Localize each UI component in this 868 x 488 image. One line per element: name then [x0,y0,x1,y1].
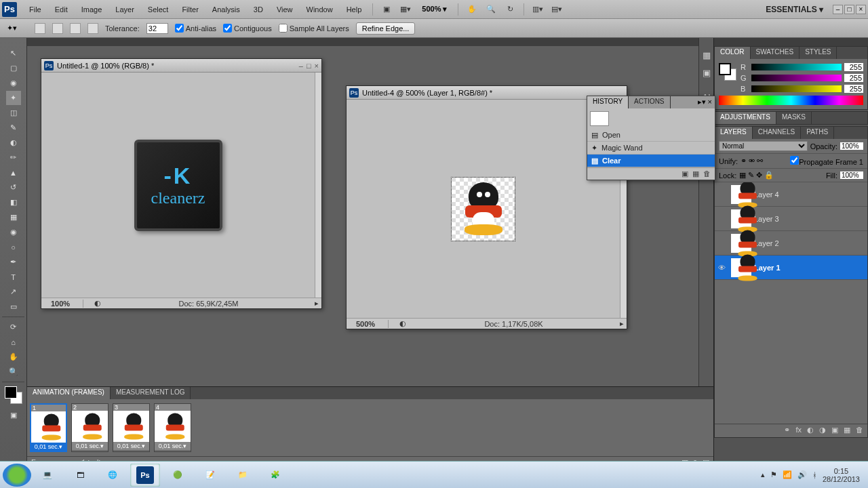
3d-camera-tool[interactable]: ⌂ [6,335,21,349]
tray-clock[interactable]: 0:1528/12/2013 [823,467,865,483]
brush-tool[interactable]: ✏ [6,150,21,165]
new-selection-icon[interactable] [35,23,45,34]
eyedropper-tool[interactable]: ✎ [6,121,21,135]
g-slider[interactable] [751,75,842,81]
layers-tab[interactable]: LAYERS [715,127,753,139]
blend-mode[interactable]: Normal [719,141,808,151]
frame-2[interactable]: 20,01 sec.▾ [71,403,108,452]
start-button[interactable] [3,464,31,487]
3d-rotate-tool[interactable]: ⟳ [6,320,21,334]
b-slider[interactable] [751,85,842,92]
tray-flag-icon[interactable]: ⚑ [770,470,777,479]
blur-tool[interactable]: ◉ [6,225,21,239]
history-clear[interactable]: ▤Clear [587,155,715,167]
sample-all-checkbox[interactable]: Sample All Layers [279,24,349,33]
doc1-scrollbar[interactable] [315,73,321,298]
dodge-tool[interactable]: ○ [6,240,21,254]
b-value[interactable]: 255 [844,85,863,93]
doc2-info-icon[interactable]: ◐ [395,319,410,328]
menu-layer[interactable]: Layer [108,5,141,14]
close-icon[interactable]: × [856,5,866,14]
propagate-checkbox[interactable]: Propagate Frame 1 [790,156,863,166]
unify-icons[interactable]: ⚭ ⚮ ⚯ [741,157,763,165]
workspace-switcher[interactable]: ESSENTIALS ▾ [766,5,827,14]
actions-tab[interactable]: ACTIONS [629,96,670,108]
tray-bluetooth-icon[interactable]: ᚼ [812,471,817,479]
opacity-input[interactable]: 100% [840,142,863,150]
doc1-close-icon[interactable]: × [315,62,319,70]
shape-tool[interactable]: ▭ [6,300,21,314]
maximize-icon[interactable]: □ [844,5,854,14]
workspace-icon[interactable]: ▤▾ [549,2,564,17]
magic-wand-tool[interactable]: ✦ [6,91,21,105]
new-doc-icon[interactable]: ▦ [692,169,699,178]
menu-3d[interactable]: 3D [247,5,270,14]
healing-tool[interactable]: ◐ [6,136,21,150]
measurement-tab[interactable]: MEASUREMENT LOG [111,387,191,399]
menu-edit[interactable]: Edit [48,5,75,14]
new-layer-icon[interactable]: ▦ [844,426,850,436]
crop-tool[interactable]: ◫ [6,106,21,120]
history-brush-tool[interactable]: ↺ [6,180,21,195]
tb-chrome-icon[interactable]: 🌐 [98,464,127,487]
tb-app1-icon[interactable]: 🟢 [163,464,193,487]
r-slider[interactable] [751,64,842,70]
group-icon[interactable]: ▣ [831,426,838,436]
paths-tab[interactable]: PATHS [801,127,834,139]
delete-layer-icon[interactable]: 🗑 [856,426,863,436]
hand-tool[interactable]: ✋ [6,350,21,364]
frame-4[interactable]: 40,01 sec.▾ [154,403,191,452]
menu-help[interactable]: Help [340,5,369,14]
rotate-icon[interactable]: ↻ [502,2,517,17]
mask-icon[interactable]: ◐ [807,426,814,436]
zoom-icon[interactable]: 🔍 [484,2,498,17]
visibility-icon[interactable]: 👁 [715,264,728,272]
move-tool[interactable]: ↖ [6,46,21,60]
layer-4[interactable]: Layer 4 [715,182,867,207]
hand-icon[interactable]: ✋ [465,2,479,17]
color-spectrum[interactable] [719,96,863,105]
tb-folder-icon[interactable]: 📁 [228,464,258,487]
zoom-level[interactable]: 500% ▾ [422,5,447,14]
doc1-zoom[interactable]: 100% [48,300,83,308]
history-magic-wand[interactable]: ✦Magic Wand [587,142,715,155]
history-open[interactable]: ▤Open [587,129,715,142]
history-panel[interactable]: HISTORYACTIONS▸▾ × ▤Open ✦Magic Wand ▤Cl… [587,96,715,180]
doc1-info-icon[interactable]: ◐ [90,299,105,308]
panel-menu-icon[interactable]: ▸▾ × [695,96,715,108]
menu-view[interactable]: View [270,5,300,14]
link-icon[interactable]: ⚭ [784,426,790,436]
adjustments-tab[interactable]: ADJUSTMENTS [715,112,776,124]
history-tab[interactable]: HISTORY [587,96,629,108]
tray-network-icon[interactable]: 📶 [783,470,792,479]
adjust-icon[interactable]: ◑ [819,426,826,436]
type-tool[interactable]: T [6,270,21,284]
screen-mode-icon[interactable]: ▥▾ [530,2,545,17]
history-thumb[interactable] [590,111,609,126]
tb-desktop-icon[interactable]: 🗔 [65,464,95,487]
tb-photoshop-icon[interactable]: Ps [130,464,160,487]
tolerance-input[interactable] [146,23,168,34]
frame-3[interactable]: 30,01 sec.▾ [113,403,150,452]
marquee-tool[interactable]: ▢ [6,61,21,75]
trash-icon[interactable]: 🗑 [703,169,711,178]
tb-word-icon[interactable]: 📝 [195,464,225,487]
document-2[interactable]: PsUntitled-4 @ 500% (Layer 1, RGB/8#) * … [346,85,627,329]
menu-file[interactable]: File [22,5,48,14]
refine-edge-button[interactable]: Refine Edge... [356,22,416,35]
gradient-tool[interactable]: ▦ [6,210,21,224]
brushes-icon[interactable]: ▦ [699,46,713,64]
menu-filter[interactable]: Filter [175,5,205,14]
tray-sound-icon[interactable]: 🔊 [797,470,807,479]
tb-explorer-icon[interactable]: 💻 [33,464,62,487]
antialias-checkbox[interactable]: Anti-alias [175,24,216,33]
stamp-tool[interactable]: ▲ [6,165,21,180]
layer-3[interactable]: Layer 3 [715,207,867,231]
color-swatch[interactable] [5,386,22,404]
swatches-tab[interactable]: SWATCHES [751,47,800,59]
menu-image[interactable]: Image [75,5,109,14]
add-selection-icon[interactable] [52,23,63,34]
launch-bridge-icon[interactable]: ▣ [379,2,394,17]
intersect-selection-icon[interactable] [87,23,98,34]
layer-1[interactable]: 👁Layer 1 [715,256,867,280]
